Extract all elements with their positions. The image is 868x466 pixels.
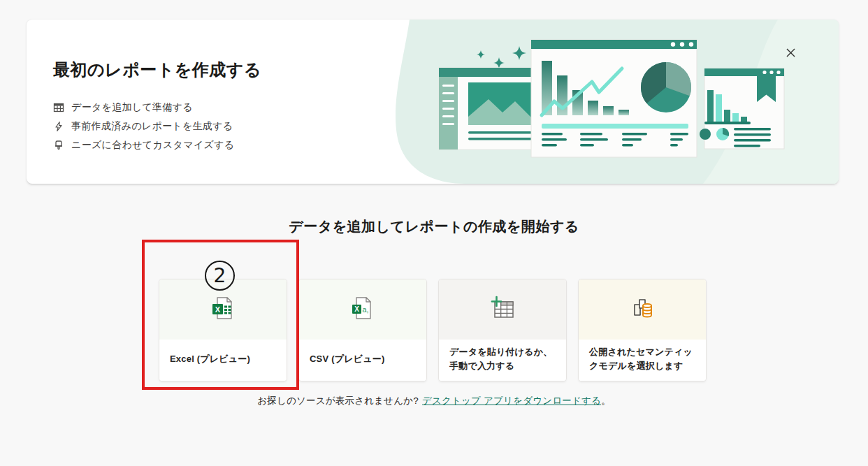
- svg-text:X: X: [354, 305, 359, 313]
- bullet-customize: ニーズに合わせてカスタマイズする: [53, 136, 234, 154]
- card-label: Excel (プレビュー): [170, 352, 250, 366]
- card-csv[interactable]: X a, CSV (プレビュー): [299, 279, 426, 381]
- card-label: 公開されたセマンティックモデルを選択します: [589, 345, 695, 372]
- footer-suffix: 。: [601, 395, 611, 406]
- section-heading: データを追加してレポートの作成を開始する: [0, 217, 868, 236]
- data-source-cards: X Excel (プレビュー) X a,: [159, 279, 706, 381]
- bookmark-icon: [757, 75, 776, 102]
- bullet-label: 事前作成済みのレポートを生成する: [71, 120, 233, 133]
- bullet-label: ニーズに合わせてカスタマイズする: [71, 139, 234, 152]
- bullet-add-data: データを追加して準備する: [53, 98, 234, 117]
- first-report-banner: 最初のレポートを作成する データを追加して準備する: [27, 20, 839, 184]
- sparkle-icon: [493, 57, 505, 68]
- bullet-label: データを追加して準備する: [71, 101, 193, 114]
- illustration-right-window: [700, 68, 784, 149]
- card-excel[interactable]: X Excel (プレビュー): [159, 279, 287, 381]
- illustration-main-dashboard: [531, 40, 697, 157]
- svg-text:X: X: [215, 305, 221, 314]
- table-grid-icon: [53, 101, 65, 113]
- csv-file-icon: X a,: [349, 294, 377, 325]
- lightning-icon: [53, 120, 65, 132]
- illustration-left-window: [439, 68, 532, 150]
- excel-file-icon: X: [209, 294, 237, 325]
- svg-text:a,: a,: [362, 305, 368, 314]
- banner-title: 最初のレポートを作成する: [53, 59, 261, 81]
- sparkle-icon: [477, 50, 485, 59]
- card-label: データを貼り付けるか、手動で入力する: [449, 345, 556, 372]
- paste-table-icon: [489, 294, 516, 325]
- footer-prompt: お探しのソースが表示されませんか?: [257, 395, 419, 406]
- download-desktop-app-link[interactable]: デスクトップ アプリをダウンロードする: [422, 395, 601, 406]
- close-icon[interactable]: [783, 45, 798, 60]
- banner-bullet-list: データを追加して準備する 事前作成済みのレポートを生成する: [53, 98, 234, 154]
- canvas: 最初のレポートを作成する データを追加して準備する: [0, 0, 868, 466]
- card-label: CSV (プレビュー): [310, 352, 384, 366]
- card-paste-data[interactable]: データを貼り付けるか、手動で入力する: [439, 279, 566, 381]
- card-semantic-model[interactable]: 公開されたセマンティックモデルを選択します: [579, 279, 706, 381]
- sparkle-icon: [512, 46, 526, 60]
- pin-customize-icon: [53, 139, 65, 151]
- semantic-model-icon: [627, 293, 658, 326]
- sources-footer: お探しのソースが表示されませんか?デスクトップ アプリをダウンロードする。: [0, 395, 868, 407]
- bullet-generate-report: 事前作成済みのレポートを生成する: [53, 117, 234, 136]
